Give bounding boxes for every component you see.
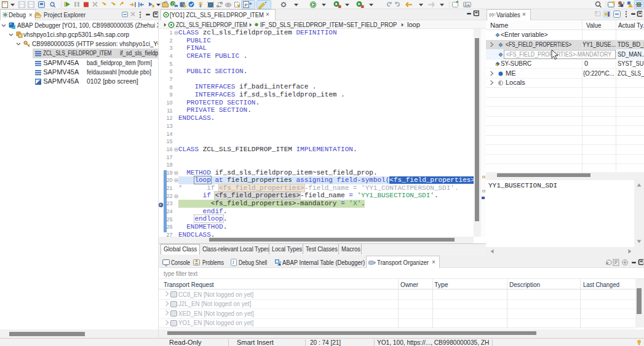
svg-text:J: J [622, 1, 624, 5]
svg-text:P: P [245, 2, 248, 8]
svg-text:J: J [233, 260, 234, 265]
